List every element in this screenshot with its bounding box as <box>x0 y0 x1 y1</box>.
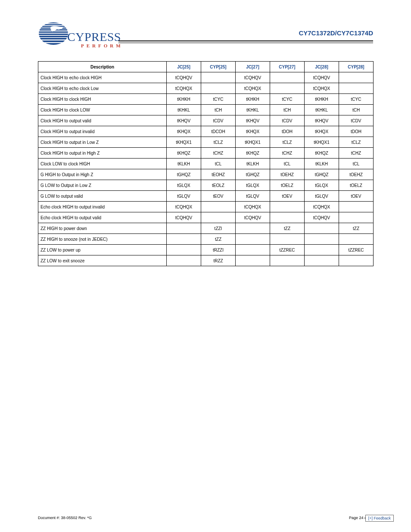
cell-description: Clock HIGH to output valid <box>38 115 167 126</box>
cell-value: tCQHQV <box>167 212 201 223</box>
cell-description: ZZ LOW to exit snooze <box>38 255 167 266</box>
cell-value <box>236 223 270 234</box>
cell-value <box>236 255 270 266</box>
cell-description: G LOW to output valid <box>38 191 167 202</box>
cell-value: tKHQV <box>167 115 201 126</box>
cell-value: tKHQX1 <box>305 137 339 148</box>
cell-value: tCQHQV <box>236 72 270 83</box>
svg-rect-3 <box>38 24 72 25</box>
table-row: Clock HIGH to output in High ZtKHQZtCHZt… <box>38 148 374 159</box>
cell-value <box>339 234 374 245</box>
cell-value <box>201 212 236 223</box>
cell-value: tGHQZ <box>167 169 201 180</box>
cell-value: tRZZ <box>201 255 236 266</box>
cell-value: tCDV <box>339 115 374 126</box>
cell-value: tKHQZ <box>305 148 339 159</box>
cell-description: G LOW to Output in Low Z <box>38 180 167 191</box>
cell-value <box>236 245 270 255</box>
cell-value: tCHZ <box>201 148 236 159</box>
th-cyp27: CYP[27] <box>270 62 305 72</box>
cell-value <box>305 223 339 234</box>
cell-value: tCH <box>339 105 374 115</box>
cell-value: tOEHZ <box>270 169 305 180</box>
th-jc28: JC[28] <box>305 62 339 72</box>
cell-value: tCL <box>270 159 305 169</box>
cell-description: Clock HIGH to output in Low Z <box>38 137 167 148</box>
document-id: Document #: 38-05502 Rev. *G <box>38 516 92 520</box>
cell-value: tDOH <box>339 126 374 137</box>
cell-value: tCLZ <box>201 137 236 148</box>
cell-value: tCQHQX <box>167 83 201 94</box>
th-description: Description <box>38 62 167 72</box>
cell-value: tDCOH <box>201 126 236 137</box>
cell-value: tGLQV <box>236 191 270 202</box>
cell-value: tCYC <box>201 94 236 105</box>
svg-rect-8 <box>38 34 72 35</box>
part-number[interactable]: CY7C1372D/CY7C1374D <box>299 29 373 37</box>
cell-value: tCDV <box>270 115 305 126</box>
table-row: Clock HIGH to clock HIGHtKHKHtCYCtKHKHtC… <box>38 94 374 105</box>
cell-value: tCHZ <box>339 148 374 159</box>
cell-value <box>270 202 305 212</box>
cell-value <box>167 255 201 266</box>
cell-value: tCQHQV <box>236 212 270 223</box>
cell-value: tCL <box>201 159 236 169</box>
table-row: ZZ HIGH to power downtZZItZZtZZ <box>38 223 374 234</box>
cypress-globe-icon <box>38 22 72 46</box>
table-body: Clock HIGH to echo clock HIGHtCQHQVtCQHQ… <box>38 72 374 266</box>
cell-value: tKHKH <box>167 94 201 105</box>
svg-rect-2 <box>38 22 72 23</box>
svg-rect-7 <box>38 31 72 33</box>
cell-value: tOEV <box>270 191 305 202</box>
cell-value <box>339 72 374 83</box>
cell-value: tCQHQX <box>305 202 339 212</box>
cell-value: tGLQX <box>305 180 339 191</box>
cell-value: tKHQZ <box>167 148 201 159</box>
brand-tagline: PERFORM <box>81 43 123 48</box>
cell-value: tKHQX <box>167 126 201 137</box>
cell-description: Clock HIGH to output in High Z <box>38 148 167 159</box>
cell-value <box>305 245 339 255</box>
cell-value: tCQHQX <box>236 83 270 94</box>
cell-value <box>270 212 305 223</box>
cell-value: tKHKH <box>236 94 270 105</box>
cell-description: Clock HIGH to clock LOW <box>38 105 167 115</box>
table-row: Clock HIGH to output validtKHQVtCDVtKHQV… <box>38 115 374 126</box>
cell-value: tRZZI <box>201 245 236 255</box>
cell-value: tCLZ <box>339 137 374 148</box>
cell-value <box>339 202 374 212</box>
cell-value: tCQHQV <box>167 72 201 83</box>
feedback-link[interactable]: [+] Feedback <box>365 515 394 522</box>
main-content: Description JC[25] CYP[25] JC[27] CYP[27… <box>0 53 411 266</box>
table-row: Clock HIGH to output in Low ZtKHQX1tCLZt… <box>38 137 374 148</box>
cell-value: tEOHZ <box>201 169 236 180</box>
cell-description: Clock LOW to clock HIGH <box>38 159 167 169</box>
cell-value: tGLQX <box>167 180 201 191</box>
cell-value: tCLZ <box>270 137 305 148</box>
table-row: ZZ HIGH to snooze (not in JEDEC)tZZ <box>38 234 374 245</box>
cell-value: tCQHQV <box>305 72 339 83</box>
cell-value: tZZI <box>201 223 236 234</box>
table-row: ZZ LOW to power uptRZZItZZRECtZZREC <box>38 245 374 255</box>
cell-description: Echo clock HIGH to output valid <box>38 212 167 223</box>
cell-value: tGLQV <box>167 191 201 202</box>
cell-value: tKHQX <box>305 126 339 137</box>
cell-description: Echo clock HIGH to output invalid <box>38 202 167 212</box>
cell-value <box>201 202 236 212</box>
cell-value: tCL <box>339 159 374 169</box>
cell-value: tOELZ <box>339 180 374 191</box>
cell-value: tCQHQX <box>167 202 201 212</box>
brand-logo: CYPRESS PERFORM <box>38 22 115 53</box>
cell-value: tGLQX <box>236 180 270 191</box>
svg-rect-10 <box>38 38 72 40</box>
cell-value <box>270 72 305 83</box>
cell-value: tZZ <box>339 223 374 234</box>
cell-value: tKLKH <box>236 159 270 169</box>
table-row: Echo clock HIGH to output validtCQHQVtCQ… <box>38 212 374 223</box>
page-header: CYPRESS PERFORM CY7C1372D/CY7C1374D <box>0 0 411 53</box>
cell-value: tCHZ <box>270 148 305 159</box>
header-rule-thin <box>118 43 373 43</box>
table-row: Clock HIGH to clock LOWtKHKLtCHtKHKLtCHt… <box>38 105 374 115</box>
cell-description: ZZ HIGH to snooze (not in JEDEC) <box>38 234 167 245</box>
cell-value: tKLKH <box>305 159 339 169</box>
